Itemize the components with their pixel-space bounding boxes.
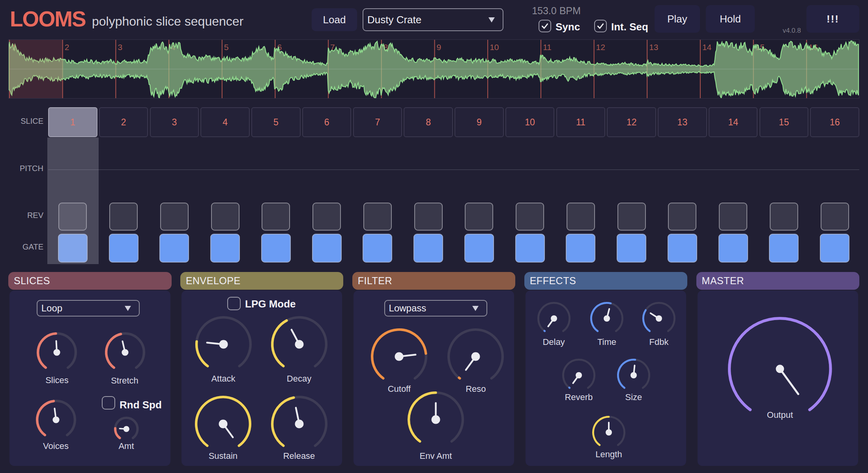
svg-text:14: 14 [702,43,712,52]
svg-text:11: 11 [543,43,552,52]
svg-text:9: 9 [437,43,441,52]
svg-text:12: 12 [596,43,605,52]
svg-text:3: 3 [118,43,122,52]
svg-text:2: 2 [65,43,69,52]
svg-text:13: 13 [649,43,658,52]
svg-text:10: 10 [490,43,499,52]
svg-text:5: 5 [224,43,229,52]
